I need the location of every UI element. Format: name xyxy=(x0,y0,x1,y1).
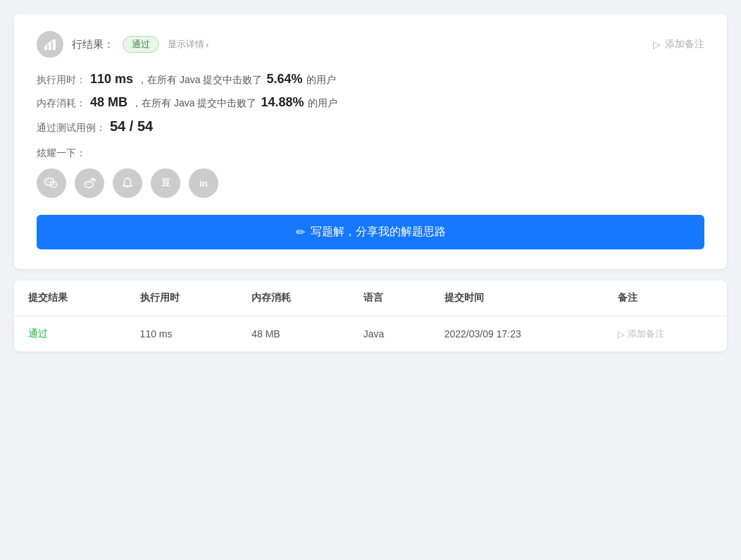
flag-icon-table: ▷ xyxy=(618,329,625,340)
col-language: 语言 xyxy=(349,280,430,316)
row-note[interactable]: ▷ 添加备注 xyxy=(604,316,727,352)
table-header-row: 提交结果 执行用时 内存消耗 语言 提交时间 备注 xyxy=(14,280,727,316)
row-language: Java xyxy=(349,316,430,352)
share-label: 炫耀一下： xyxy=(37,147,704,160)
pencil-icon: ✏ xyxy=(296,225,305,239)
svg-rect-2 xyxy=(53,39,56,50)
col-time: 执行用时 xyxy=(126,280,238,316)
weibo-icon[interactable] xyxy=(75,168,104,198)
svg-point-4 xyxy=(47,181,49,182)
result-card: 行结果： 通过 显示详情 › ▷ 添加备注 执行用时： 110 ms ，在所有 … xyxy=(14,14,727,269)
execution-time-row: 执行用时： 110 ms ，在所有 Java 提交中击败了 5.64% 的用户 xyxy=(37,72,704,87)
bell-icon[interactable] xyxy=(113,168,142,198)
row-submit-time: 2022/03/09 17:23 xyxy=(430,316,604,352)
status-badge: 通过 xyxy=(123,36,159,53)
test-cases-row: 通过测试用例： 54 / 54 xyxy=(37,118,704,135)
col-result: 提交结果 xyxy=(14,280,126,316)
douban-icon[interactable]: 豆 xyxy=(151,168,180,198)
execution-result-label: 行结果： xyxy=(72,38,114,51)
row-result: 通过 xyxy=(14,316,126,352)
col-submit-time: 提交时间 xyxy=(430,280,604,316)
write-solution-button[interactable]: ✏ 写题解，分享我的解题思路 xyxy=(37,215,704,249)
submission-table: 提交结果 执行用时 内存消耗 语言 提交时间 备注 通过 110 ms 48 M… xyxy=(14,280,727,351)
linkedin-icon[interactable]: in xyxy=(189,168,218,198)
add-note-table-label: 添加备注 xyxy=(628,328,664,340)
svg-point-10 xyxy=(87,184,89,185)
result-header: 行结果： 通过 显示详情 › ▷ 添加备注 xyxy=(37,31,704,58)
submission-table-card: 提交结果 执行用时 内存消耗 语言 提交时间 备注 通过 110 ms 48 M… xyxy=(14,280,727,351)
wechat-icon[interactable] xyxy=(37,168,66,198)
svg-point-9 xyxy=(85,182,93,188)
col-memory: 内存消耗 xyxy=(237,280,349,316)
row-time: 110 ms xyxy=(126,316,238,352)
result-left: 行结果： 通过 显示详情 › xyxy=(37,31,208,58)
svg-point-8 xyxy=(54,184,56,185)
flag-icon: ▷ xyxy=(653,39,661,50)
col-note: 备注 xyxy=(604,280,727,316)
add-note-header-button[interactable]: ▷ 添加备注 xyxy=(653,38,704,51)
show-detail-link[interactable]: 显示详情 › xyxy=(168,38,208,51)
svg-point-7 xyxy=(51,184,53,185)
chart-icon xyxy=(37,31,63,58)
row-memory: 48 MB xyxy=(237,316,349,352)
table-row: 通过 110 ms 48 MB Java 2022/03/09 17:23 ▷ … xyxy=(14,316,727,352)
svg-rect-0 xyxy=(44,46,47,50)
social-icons-group: 豆 in xyxy=(37,168,704,198)
memory-row: 内存消耗： 48 MB ，在所有 Java 提交中击败了 14.88% 的用户 xyxy=(37,95,704,110)
